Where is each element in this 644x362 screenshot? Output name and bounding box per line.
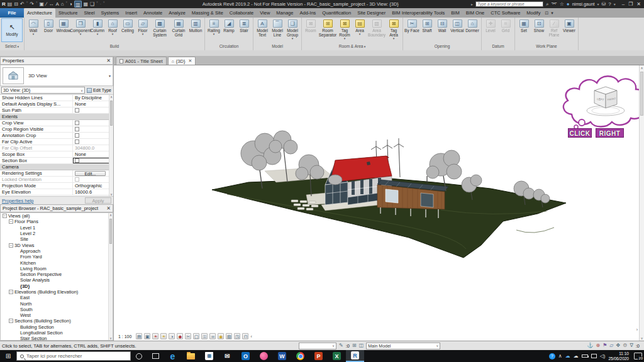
rendering-dialog-icon[interactable]: ◆ — [177, 333, 183, 339]
show-work-plane-button[interactable]: ⊡Show — [531, 18, 547, 42]
tab-steel[interactable]: Steel — [80, 8, 97, 18]
text-icon[interactable]: A — [55, 1, 58, 8]
property-row[interactable]: Annotation Crop — [0, 133, 113, 139]
property-value[interactable] — [73, 120, 113, 126]
redo-dropdown-icon[interactable]: ▾ — [36, 1, 38, 8]
tree-item-solar-analysis[interactable]: Solar Analysis — [1, 277, 113, 283]
select-underlay-toggle-icon[interactable]: ⊕ — [596, 343, 600, 349]
property-row[interactable]: Far Clip Offset304800.0 — [0, 145, 113, 151]
expander-icon[interactable] — [9, 219, 13, 224]
print-icon[interactable]: ▣ — [39, 1, 44, 8]
property-row[interactable]: Locked Orientation — [0, 177, 113, 183]
tree-item-north[interactable]: North — [1, 300, 113, 306]
view-tab-3d[interactable]: ⌂ {3D} ✕ — [168, 57, 196, 65]
tab-bim[interactable]: BIM — [448, 8, 462, 18]
tree-item-section-perspective[interactable]: Section Perspective — [1, 272, 113, 277]
viewer-button[interactable]: ▣Viewer — [562, 18, 577, 42]
temporary-hide-isolate-icon[interactable]: ∞ — [209, 333, 216, 339]
properties-scrollbar[interactable]: ∧∨ — [109, 95, 113, 196]
property-value[interactable]: Orthographic — [73, 183, 113, 189]
property-value[interactable]: None — [73, 151, 113, 157]
default-3d-view-icon[interactable]: ⌂ — [61, 1, 64, 8]
tab-manage[interactable]: Manage — [273, 8, 296, 18]
section-icon[interactable]: ◑ — [69, 1, 72, 8]
shadows-icon[interactable]: ◑ — [169, 333, 175, 339]
undo-icon[interactable]: ↶ — [20, 1, 25, 8]
wall-opening-button[interactable]: ⊟Wall — [435, 18, 450, 42]
worksets-combo[interactable]: ∨ — [299, 343, 336, 349]
panel-label-room-area[interactable]: Room & Area — [303, 43, 401, 50]
taskbar-search[interactable]: Taper ici pour rechercher — [16, 351, 131, 361]
reveal-hidden-elements-icon[interactable]: ◉ — [218, 333, 224, 339]
by-face-button[interactable]: ✂By Face — [404, 18, 419, 42]
wall-button[interactable]: ◠Wall▾ — [26, 18, 41, 42]
model-text-button[interactable]: AModel Text — [255, 18, 270, 42]
railing-button[interactable]: ≡Railing▾ — [206, 18, 221, 42]
sun-path-checkbox[interactable] — [75, 108, 79, 112]
property-group-header[interactable]: Cameraˆ — [0, 164, 113, 170]
measure-icon[interactable]: ∕ — [46, 1, 47, 8]
curtain-grid-button[interactable]: ▦Curtain Grid — [169, 18, 188, 42]
properties-help-link[interactable]: Properties help — [2, 198, 33, 204]
infocenter-search-input[interactable] — [475, 1, 543, 7]
annotation-crop-checkbox[interactable] — [75, 133, 79, 138]
tab-analyze[interactable]: Analyze — [165, 8, 189, 18]
property-row[interactable]: Scope BoxNone — [0, 151, 113, 158]
taskbar-app-excel[interactable]: X — [328, 350, 346, 362]
properties-close-icon[interactable]: ✕ — [106, 58, 111, 63]
search-icon[interactable]: ⌕ — [546, 1, 548, 8]
tab-bim-one[interactable]: BIM One — [463, 8, 488, 18]
property-row[interactable]: Default Analysis Display S...None — [0, 101, 113, 107]
property-row-section-box[interactable]: Section Box — [0, 158, 113, 164]
expander-icon[interactable] — [3, 214, 7, 218]
property-value[interactable] — [73, 126, 113, 132]
scroll-down-icon[interactable]: ∨ — [640, 336, 644, 341]
apply-button[interactable]: Apply — [85, 197, 111, 204]
selection-gear-icon[interactable]: ⚙ — [623, 343, 627, 349]
taskbar-app-revit[interactable]: R — [346, 350, 364, 362]
tab-systems[interactable]: Systems — [98, 8, 123, 18]
taskbar-app-word[interactable]: W — [273, 350, 291, 362]
worksharing-display-icon[interactable]: ⊞ — [352, 343, 357, 349]
property-row[interactable]: Rendering SettingsEdit... — [0, 170, 113, 177]
browser-scrollbar[interactable]: ∧∨ — [108, 213, 113, 340]
tab-addins[interactable]: Add-Ins — [296, 8, 319, 18]
scroll-up-icon[interactable]: ∧ — [640, 65, 644, 70]
restore-button[interactable]: ❐ — [628, 1, 633, 8]
tree-item-building-section[interactable]: Building Section — [1, 324, 113, 330]
taskbar-app-photos[interactable] — [255, 350, 273, 362]
floor-button[interactable]: ▱Floor▾ — [135, 18, 150, 42]
stair-button[interactable]: ≣Stair — [236, 18, 252, 42]
tree-item-living-room[interactable]: Living Room — [1, 266, 113, 272]
tab-ctc-software[interactable]: CTC Software — [487, 8, 523, 18]
tree-item-views-all[interactable]: Views (all) — [1, 213, 113, 219]
tree-item-level-2[interactable]: Level 2 — [1, 231, 113, 236]
tab-bim-interoperability[interactable]: BIM Interoperability Tools — [389, 8, 448, 18]
drag-on-selection-toggle-icon[interactable]: ✥ — [616, 343, 621, 349]
door-button[interactable]: ▯Door — [41, 18, 56, 42]
tree-item-3d-current[interactable]: {3D} — [1, 283, 113, 289]
help-icon[interactable]: ? — [608, 1, 611, 7]
expander-icon[interactable] — [9, 290, 13, 294]
3d-view-dropdown-icon[interactable]: ▾ — [66, 1, 68, 8]
ceiling-button[interactable]: ▭Ceiling — [120, 18, 135, 42]
minimize-button[interactable]: – — [622, 1, 625, 8]
taskbar-app-store[interactable]: ⊞ — [200, 350, 218, 362]
user-dropdown-icon[interactable]: ▾ — [597, 2, 599, 6]
viewport-scrollbar-thumb[interactable] — [640, 72, 643, 116]
lock-3d-view-icon[interactable]: ⚿ — [201, 333, 208, 339]
section-box-checkbox[interactable] — [75, 158, 79, 163]
taskbar-app-outlook[interactable]: O — [236, 350, 255, 362]
expander-icon[interactable] — [9, 243, 13, 248]
onedrive-icon[interactable]: ☁ — [565, 353, 570, 359]
signin-user-icon[interactable]: ● — [567, 1, 570, 7]
tree-item-south[interactable]: South — [1, 307, 113, 312]
taskbar-app-powerpoint[interactable]: P — [309, 350, 328, 362]
expander-icon[interactable] — [9, 319, 13, 323]
switch-windows-icon[interactable]: ❏ — [90, 1, 94, 8]
detail-level-icon[interactable]: ▤ — [136, 333, 142, 339]
type-preview[interactable]: 3D View ▾ — [0, 65, 113, 86]
properties-header[interactable]: Properties ✕ — [0, 57, 113, 65]
ramp-button[interactable]: ◢Ramp — [221, 18, 236, 42]
taskbar-app-chrome[interactable] — [291, 350, 309, 362]
